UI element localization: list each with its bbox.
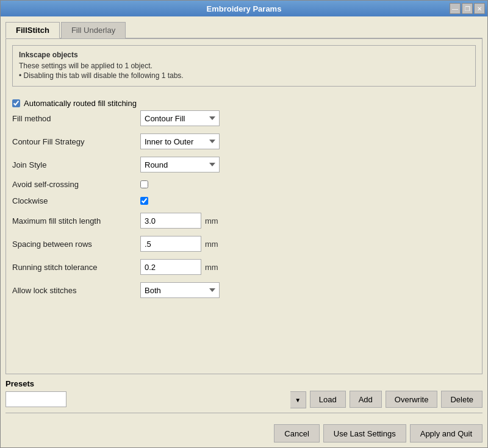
bottom-buttons: Cancel Use Last Settings Apply and Quit [5,424,483,443]
spacing-between-rows-input[interactable] [140,236,201,252]
contour-fill-strategy-control: Inner to Outer Outer to Inner [140,133,220,149]
overwrite-button[interactable]: Overwrite [386,391,438,408]
running-stitch-tolerance-control: mm [140,259,218,275]
max-fill-stitch-length-control: mm [140,213,218,229]
fill-method-label: Fill method [12,114,140,123]
divider [5,413,483,413]
allow-lock-stitches-label: Allow lock stitches [12,286,140,295]
inkscape-objects-line2: • Disabling this tab will disable the fo… [19,71,469,80]
fill-method-control: Contour Fill Auto Fill Manual Fill [140,110,220,126]
window-body: FillStitch Fill Underlay Inkscape object… [1,16,487,447]
spacing-between-rows-control: mm [140,236,218,252]
presets-label: Presets [5,379,483,388]
avoid-self-crossing-row: Avoid self-crossing [12,180,476,189]
tab-bar: FillStitch Fill Underlay [5,21,483,38]
fill-method-row: Fill method Contour Fill Auto Fill Manua… [12,110,476,126]
max-fill-stitch-length-unit: mm [205,216,218,226]
avoid-self-crossing-checkbox[interactable] [140,180,148,188]
main-window: Embroidery Params — ❐ ✕ FillStitch Fill … [0,0,488,448]
clockwise-checkbox[interactable] [140,197,148,205]
allow-lock-stitches-select[interactable]: Both Beginning End Neither [140,282,220,298]
fill-method-select[interactable]: Contour Fill Auto Fill Manual Fill [140,110,220,126]
max-fill-stitch-length-label: Maximum fill stitch length [12,216,140,226]
use-last-settings-button[interactable]: Use Last Settings [323,424,406,443]
minimize-button[interactable]: — [450,3,461,14]
window-title: Embroidery Params [207,4,282,13]
presets-dropdown-button[interactable]: ▼ [290,391,306,408]
spacing-between-rows-row: Spacing between rows mm [12,236,476,252]
content-area: Inkscape objects These settings will be … [5,38,483,374]
tab-fill-underlay[interactable]: Fill Underlay [61,22,126,38]
max-fill-stitch-length-row: Maximum fill stitch length mm [12,213,476,229]
presets-input-wrap: ▼ [5,391,306,407]
presets-row: ▼ Load Add Overwrite Delete [5,391,483,408]
join-style-select[interactable]: Round Miter Bevel [140,157,220,172]
apply-and-quit-button[interactable]: Apply and Quit [410,424,483,443]
inkscape-objects-line1: These settings will be applied to 1 obje… [19,62,469,70]
join-style-control: Round Miter Bevel [140,157,220,172]
join-style-label: Join Style [12,160,140,169]
avoid-self-crossing-control [140,180,148,188]
join-style-row: Join Style Round Miter Bevel [12,157,476,172]
presets-input[interactable] [5,391,66,407]
clockwise-row: Clockwise [12,196,476,205]
add-button[interactable]: Add [350,391,382,408]
auto-fill-row: Automatically routed fill stitching [12,99,476,108]
max-fill-stitch-length-input[interactable] [140,213,201,229]
allow-lock-stitches-row: Allow lock stitches Both Beginning End N… [12,282,476,298]
contour-fill-strategy-row: Contour Fill Strategy Inner to Outer Out… [12,133,476,149]
restore-button[interactable]: ❐ [462,3,473,14]
allow-lock-stitches-control: Both Beginning End Neither [140,282,220,298]
contour-fill-strategy-label: Contour Fill Strategy [12,137,140,146]
auto-fill-label: Automatically routed fill stitching [24,99,137,108]
inkscape-objects-group: Inkscape objects These settings will be … [12,45,476,87]
inkscape-objects-title: Inkscape objects [19,51,469,59]
close-button[interactable]: ✕ [474,3,485,14]
tab-fillstitch[interactable]: FillStitch [5,22,60,38]
running-stitch-tolerance-row: Running stitch tolerance mm [12,259,476,275]
spacing-between-rows-unit: mm [205,240,218,249]
spacing-between-rows-label: Spacing between rows [12,240,140,249]
window-controls: — ❐ ✕ [450,3,485,14]
clockwise-control [140,197,148,205]
avoid-self-crossing-label: Avoid self-crossing [12,180,140,189]
delete-button[interactable]: Delete [441,391,483,408]
running-stitch-tolerance-input[interactable] [140,259,201,275]
auto-fill-checkbox[interactable] [12,99,20,107]
contour-fill-strategy-select[interactable]: Inner to Outer Outer to Inner [140,133,220,149]
load-button[interactable]: Load [310,391,346,408]
form-section: Fill method Contour Fill Auto Fill Manua… [12,110,476,368]
clockwise-label: Clockwise [12,196,140,205]
title-bar: Embroidery Params — ❐ ✕ [1,1,487,16]
running-stitch-tolerance-unit: mm [205,263,218,272]
running-stitch-tolerance-label: Running stitch tolerance [12,263,140,272]
cancel-button[interactable]: Cancel [274,424,319,443]
presets-section: Presets ▼ Load Add Overwrite Delete [5,379,483,408]
